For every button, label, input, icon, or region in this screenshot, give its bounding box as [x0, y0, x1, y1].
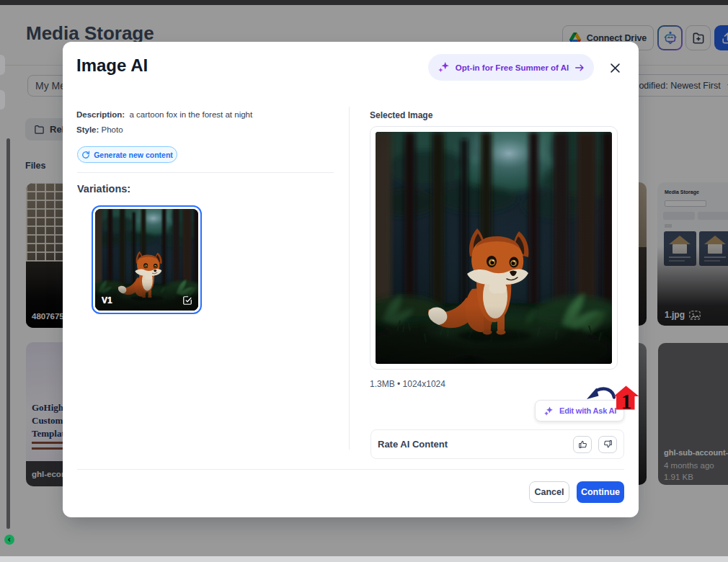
svg-text:1: 1 [621, 390, 632, 413]
